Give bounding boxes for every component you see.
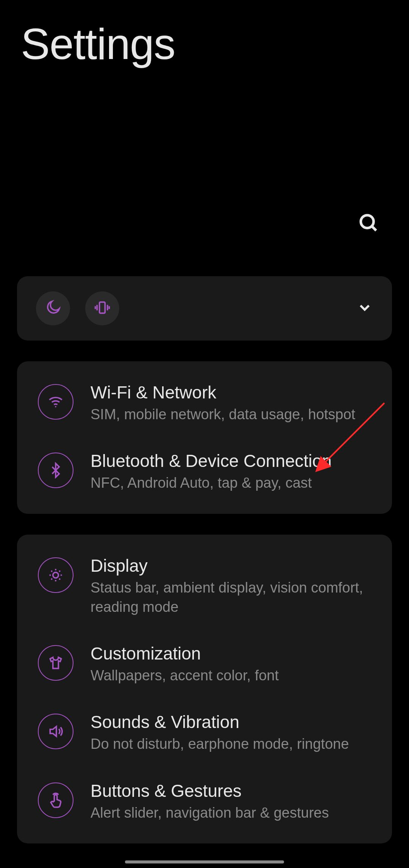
setting-sub: Wallpapers, accent color, font [91,666,371,685]
wifi-icon [38,384,73,420]
setting-display[interactable]: Display Status bar, ambient display, vis… [17,542,392,630]
setting-sub: SIM, mobile network, data usage, hotspot [91,405,371,424]
setting-title: Display [91,555,371,576]
setting-title: Sounds & Vibration [91,712,371,732]
setting-text: Buttons & Gestures Alert slider, navigat… [91,781,371,823]
setting-sounds-vibration[interactable]: Sounds & Vibration Do not disturb, earph… [17,698,392,767]
setting-sub: Do not disturb, earphone mode, ringtone [91,734,371,754]
svg-rect-2 [100,302,105,313]
svg-point-4 [53,572,59,578]
setting-text: Wi-Fi & Network SIM, mobile network, dat… [91,382,371,424]
chevron-down-icon[interactable] [356,299,373,317]
speaker-icon [38,714,73,749]
search-icon[interactable] [358,213,379,235]
setting-title: Customization [91,643,371,664]
setting-sub: Status bar, ambient display, vision comf… [91,578,371,617]
setting-text: Bluetooth & Device Connection NFC, Andro… [91,451,371,493]
settings-group-connectivity: Wi-Fi & Network SIM, mobile network, dat… [17,361,392,514]
svg-point-0 [361,215,374,228]
vibrate-toggle[interactable] [85,291,119,325]
setting-text: Display Status bar, ambient display, vis… [91,555,371,617]
page-title: Settings [0,0,409,69]
setting-wifi-network[interactable]: Wi-Fi & Network SIM, mobile network, dat… [17,369,392,437]
bluetooth-icon [38,453,73,488]
setting-buttons-gestures[interactable]: Buttons & Gestures Alert slider, navigat… [17,767,392,836]
setting-text: Sounds & Vibration Do not disturb, earph… [91,712,371,754]
nav-indicator[interactable] [125,860,284,863]
setting-customization[interactable]: Customization Wallpapers, accent color, … [17,630,392,698]
settings-group-personalization: Display Status bar, ambient display, vis… [17,535,392,843]
shirt-icon [38,645,73,681]
setting-title: Buttons & Gestures [91,781,371,801]
setting-text: Customization Wallpapers, accent color, … [91,643,371,685]
status-icons [36,291,119,325]
setting-bluetooth-device[interactable]: Bluetooth & Device Connection NFC, Andro… [17,437,392,506]
moon-icon [45,299,61,317]
svg-point-3 [55,406,56,408]
status-card[interactable] [17,276,392,341]
vibrate-icon [94,299,111,317]
brightness-icon [38,557,73,593]
setting-sub: NFC, Android Auto, tap & pay, cast [91,473,371,493]
setting-sub: Alert slider, navigation bar & gestures [91,803,371,823]
setting-title: Wi-Fi & Network [91,382,371,403]
tap-icon [38,782,73,818]
night-mode-toggle[interactable] [36,291,70,325]
setting-title: Bluetooth & Device Connection [91,451,371,471]
svg-line-1 [372,226,376,230]
